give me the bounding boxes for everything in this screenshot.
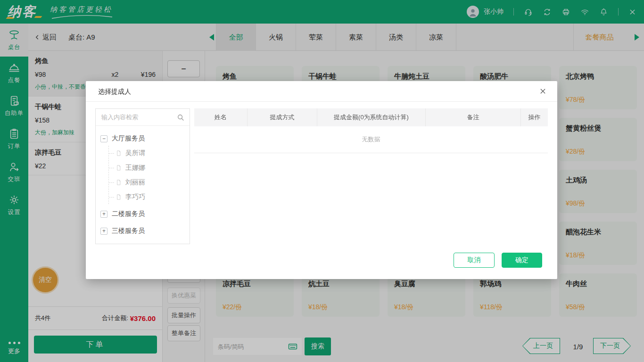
search-icon <box>176 113 185 122</box>
doc-icon <box>116 194 122 200</box>
expander-plus-icon[interactable]: + <box>100 228 107 235</box>
table-header-cell: 姓名 <box>194 108 248 126</box>
tree-group-row[interactable]: − 大厅服务员 <box>100 132 190 146</box>
tree-person-label: 王娜娜 <box>125 164 145 172</box>
modal-title: 选择提成人 <box>98 88 131 96</box>
tree-person[interactable]: 吴所谓 <box>109 146 190 160</box>
tree-person-label: 吴所谓 <box>125 149 145 157</box>
table-header-cell: 操作 <box>521 108 548 126</box>
commission-modal: 选择提成人 − 大厅服务员 吴所谓 王娜娜 刘丽丽 <box>86 81 557 279</box>
commission-table: 姓名提成方式提成金额(0为系统自动计算)备注操作 无数据 <box>194 108 548 153</box>
doc-icon <box>116 165 122 171</box>
tree-group-row[interactable]: + 二楼服务员 <box>100 207 190 221</box>
tree-person-label: 李巧巧 <box>125 193 145 201</box>
doc-icon <box>116 179 122 186</box>
modal-close-icon[interactable] <box>539 87 547 95</box>
tree-group-row[interactable]: + 三楼服务员 <box>100 224 190 238</box>
tree-search-field <box>96 109 190 126</box>
tree-group: + 二楼服务员 <box>100 207 190 221</box>
confirm-button[interactable]: 确定 <box>502 253 542 268</box>
tree-group: − 大厅服务员 吴所谓 王娜娜 刘丽丽 李巧巧 <box>100 132 190 204</box>
tree-person-label: 刘丽丽 <box>125 178 145 187</box>
tree-group: + 三楼服务员 <box>100 224 190 238</box>
table-header-cell: 提成金额(0为系统自动计算) <box>317 108 426 126</box>
modal-header: 选择提成人 <box>86 81 557 102</box>
tree-person[interactable]: 刘丽丽 <box>109 175 190 189</box>
doc-icon <box>116 150 122 156</box>
tree-group-label: 大厅服务员 <box>112 134 145 143</box>
expander-minus-icon[interactable]: − <box>100 135 107 142</box>
doc-icon <box>116 179 122 186</box>
tree-search-input[interactable] <box>96 109 190 125</box>
doc-icon <box>116 150 122 156</box>
tree-group-label: 二楼服务员 <box>112 210 145 218</box>
tree-person[interactable]: 王娜娜 <box>109 160 190 175</box>
tree-person[interactable]: 李巧巧 <box>109 189 190 204</box>
table-header-cell: 备注 <box>426 108 521 126</box>
expander-plus-icon[interactable]: + <box>100 211 107 218</box>
cancel-button[interactable]: 取消 <box>454 253 495 268</box>
staff-tree-panel: − 大厅服务员 吴所谓 王娜娜 刘丽丽 李巧巧 + 二楼服务员 + 三楼服务员 <box>95 108 190 244</box>
table-empty-state: 无数据 <box>194 126 548 153</box>
doc-icon <box>116 165 122 171</box>
doc-icon <box>116 194 122 200</box>
table-header-cell: 提成方式 <box>248 108 317 126</box>
tree-group-label: 三楼服务员 <box>112 227 145 235</box>
